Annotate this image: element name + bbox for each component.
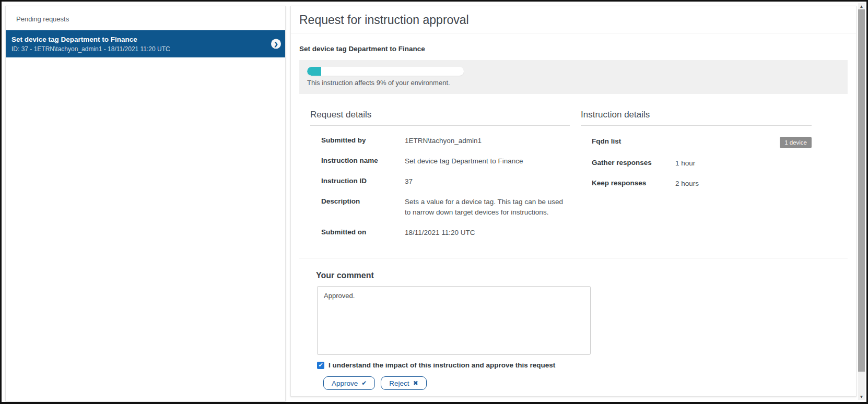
detail-row-instruction-id: Instruction ID 37 [310,176,570,187]
comment-heading: Your comment [316,271,839,280]
detail-value: Set device tag Department to Finance [405,156,523,167]
app-window: Pending requests Set device tag Departme… [0,0,868,404]
approval-panel: Request for instruction approval Set dev… [290,6,857,397]
comment-textarea[interactable]: Approved. [317,286,591,355]
detail-row-instruction-name: Instruction name Set device tag Departme… [310,156,570,167]
detail-label: Instruction ID [321,176,405,187]
instruction-details-heading: Instruction details [581,110,812,126]
reject-button-label: Reject [389,379,409,387]
approve-button-label: Approve [332,379,358,387]
detail-label: Keep responses [592,179,675,189]
detail-row-keep-responses: Keep responses 2 hours [581,179,812,189]
scroll-up-icon[interactable]: ▲ [858,3,865,9]
check-icon: ✔ [361,379,367,387]
impact-text: This instruction affects 9% of your envi… [307,79,840,87]
reject-button[interactable]: Reject ✖ [381,376,426,390]
chevron-glyph: ❯ [274,41,278,47]
instruction-name-heading: Set device tag Department to Finance [299,45,848,53]
confirm-label: I understand the impact of this instruct… [329,361,555,369]
detail-label: Submitted by [321,136,405,146]
device-count-badge: 1 device [780,137,812,148]
pending-requests-header: Pending requests [6,6,285,30]
detail-row-submitted-on: Submitted on 18/11/2021 11:20 UTC [310,228,570,238]
detail-row-fqdn-list: Fqdn list 1 device [581,137,812,148]
approve-button[interactable]: Approve ✔ [323,376,375,390]
detail-value: 37 [405,176,413,187]
vertical-scrollbar[interactable]: ▲ ▼ [858,3,865,400]
cross-icon: ✖ [413,379,418,387]
detail-value: 2 hours [675,179,699,189]
chevron-right-icon[interactable]: ❯ [271,39,281,49]
detail-value: 1 hour [675,158,695,169]
detail-label: Description [321,197,405,218]
detail-label: Fqdn list [592,137,675,146]
detail-label: Instruction name [321,156,405,167]
detail-value: 18/11/2021 11:20 UTC [405,228,475,238]
detail-label: Gather responses [592,158,675,169]
request-details-heading: Request details [310,110,570,126]
detail-label: Submitted on [321,228,405,238]
pending-request-meta: ID: 37 - 1ETRN\tachyon_admin1 - 18/11/20… [11,45,264,53]
request-details-section: Request details Submitted by 1ETRN\tachy… [310,110,570,238]
scrollbar-thumb[interactable] [858,9,865,372]
impact-panel: This instruction affects 9% of your envi… [299,60,848,94]
pending-request-title: Set device tag Department to Finance [11,35,264,44]
scroll-down-icon[interactable]: ▼ [858,394,865,400]
impact-progress-fill [307,67,321,76]
impact-progress-track [307,67,464,76]
detail-row-description: Description Sets a value for a device ta… [310,197,570,218]
detail-row-submitted-by: Submitted by 1ETRN\tachyon_admin1 [310,136,570,146]
detail-row-gather-responses: Gather responses 1 hour [581,158,812,169]
detail-value: Sets a value for a device tag. This tag … [405,197,567,218]
confirm-checkbox[interactable]: ✔ [317,362,324,369]
pending-request-item[interactable]: Set device tag Department to Finance ID:… [6,30,285,57]
detail-value: 1ETRN\tachyon_admin1 [405,136,482,146]
pending-requests-panel: Pending requests Set device tag Departme… [5,6,286,401]
instruction-details-section: Instruction details Fqdn list 1 device G… [581,110,812,189]
page-title: Request for instruction approval [291,6,856,33]
comment-section: Your comment Approved. ✔ I understand th… [299,258,848,390]
